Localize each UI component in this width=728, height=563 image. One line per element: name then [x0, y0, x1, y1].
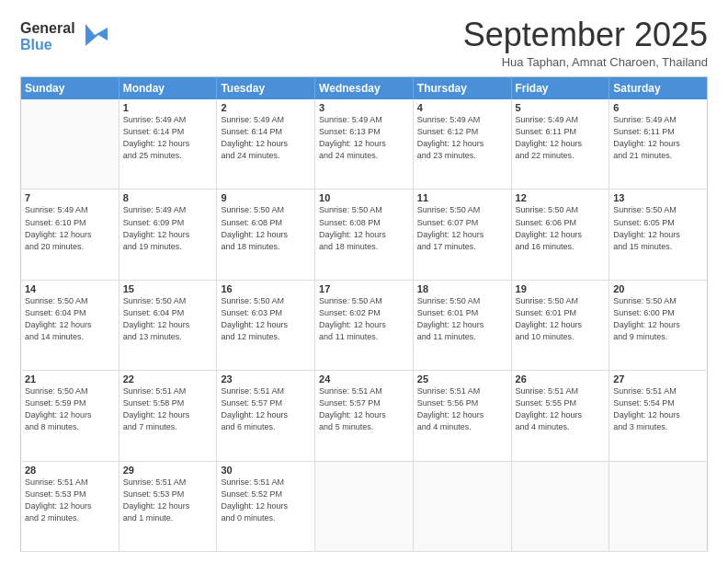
calendar-cell: 26Sunrise: 5:51 AMSunset: 5:55 PMDayligh…: [511, 371, 609, 461]
calendar-cell: 2Sunrise: 5:49 AMSunset: 6:14 PMDaylight…: [217, 99, 315, 190]
calendar-cell: 12Sunrise: 5:50 AMSunset: 6:06 PMDayligh…: [511, 190, 609, 280]
day-info: Sunrise: 5:51 AMSunset: 5:54 PMDaylight:…: [613, 385, 703, 433]
logo-line1: General: [20, 20, 75, 37]
day-info: Sunrise: 5:49 AMSunset: 6:12 PMDaylight:…: [417, 114, 507, 162]
calendar-cell: 1Sunrise: 5:49 AMSunset: 6:14 PMDaylight…: [119, 99, 217, 190]
day-info: Sunrise: 5:49 AMSunset: 6:11 PMDaylight:…: [516, 114, 606, 162]
calendar-week-3: 14Sunrise: 5:50 AMSunset: 6:04 PMDayligh…: [21, 280, 708, 370]
day-info: Sunrise: 5:51 AMSunset: 5:58 PMDaylight:…: [123, 385, 213, 433]
day-info: Sunrise: 5:50 AMSunset: 6:03 PMDaylight:…: [221, 295, 311, 343]
calendar-week-1: 1Sunrise: 5:49 AMSunset: 6:14 PMDaylight…: [21, 99, 708, 190]
calendar-cell: 29Sunrise: 5:51 AMSunset: 5:53 PMDayligh…: [119, 461, 217, 551]
calendar-cell: 10Sunrise: 5:50 AMSunset: 6:08 PMDayligh…: [315, 190, 414, 280]
calendar-header-wednesday: Wednesday: [315, 76, 414, 99]
calendar-cell: [21, 99, 119, 190]
calendar-cell: 16Sunrise: 5:50 AMSunset: 6:03 PMDayligh…: [217, 280, 315, 370]
day-number: 15: [123, 283, 213, 294]
calendar-cell: [413, 461, 511, 551]
calendar-cell: 25Sunrise: 5:51 AMSunset: 5:56 PMDayligh…: [413, 371, 511, 461]
calendar-cell: 27Sunrise: 5:51 AMSunset: 5:54 PMDayligh…: [609, 371, 708, 461]
day-info: Sunrise: 5:49 AMSunset: 6:11 PMDaylight:…: [613, 114, 703, 162]
day-number: 13: [613, 192, 703, 203]
day-number: 28: [25, 465, 115, 476]
day-number: 17: [319, 283, 409, 294]
day-info: Sunrise: 5:50 AMSunset: 5:59 PMDaylight:…: [25, 385, 115, 433]
day-number: 23: [221, 373, 311, 385]
calendar-cell: 19Sunrise: 5:50 AMSunset: 6:01 PMDayligh…: [511, 280, 609, 370]
day-number: 19: [516, 283, 606, 294]
day-info: Sunrise: 5:50 AMSunset: 6:00 PMDaylight:…: [613, 295, 703, 343]
day-number: 29: [123, 465, 213, 476]
day-info: Sunrise: 5:51 AMSunset: 5:52 PMDaylight:…: [221, 477, 311, 524]
calendar-cell: 18Sunrise: 5:50 AMSunset: 6:01 PMDayligh…: [413, 280, 511, 370]
day-info: Sunrise: 5:50 AMSunset: 6:08 PMDaylight:…: [221, 204, 311, 252]
day-info: Sunrise: 5:49 AMSunset: 6:14 PMDaylight:…: [123, 114, 213, 162]
day-number: 1: [123, 102, 213, 113]
day-number: 6: [613, 102, 703, 113]
day-info: Sunrise: 5:50 AMSunset: 6:01 PMDaylight:…: [516, 295, 606, 343]
day-number: 24: [319, 373, 409, 385]
day-number: 5: [516, 102, 606, 113]
calendar-cell: 24Sunrise: 5:51 AMSunset: 5:57 PMDayligh…: [315, 371, 414, 461]
calendar-header-saturday: Saturday: [609, 76, 708, 99]
calendar-cell: 28Sunrise: 5:51 AMSunset: 5:53 PMDayligh…: [21, 461, 119, 551]
calendar-cell: [511, 461, 609, 551]
calendar-header-thursday: Thursday: [413, 76, 511, 99]
calendar-cell: 14Sunrise: 5:50 AMSunset: 6:04 PMDayligh…: [21, 280, 119, 370]
day-number: 16: [221, 283, 311, 294]
calendar-cell: 22Sunrise: 5:51 AMSunset: 5:58 PMDayligh…: [119, 371, 217, 461]
calendar-cell: 8Sunrise: 5:49 AMSunset: 6:09 PMDaylight…: [119, 190, 217, 280]
calendar-cell: 15Sunrise: 5:50 AMSunset: 6:04 PMDayligh…: [119, 280, 217, 370]
day-number: 20: [613, 283, 703, 294]
day-info: Sunrise: 5:49 AMSunset: 6:09 PMDaylight:…: [123, 204, 213, 252]
calendar-cell: 4Sunrise: 5:49 AMSunset: 6:12 PMDaylight…: [413, 99, 511, 190]
day-number: 22: [123, 373, 213, 385]
day-info: Sunrise: 5:51 AMSunset: 5:56 PMDaylight:…: [417, 385, 507, 433]
day-info: Sunrise: 5:50 AMSunset: 6:07 PMDaylight:…: [417, 204, 507, 252]
calendar-cell: 30Sunrise: 5:51 AMSunset: 5:52 PMDayligh…: [217, 461, 315, 551]
day-info: Sunrise: 5:50 AMSunset: 6:08 PMDaylight:…: [319, 204, 409, 252]
calendar-header-row: SundayMondayTuesdayWednesdayThursdayFrid…: [21, 76, 708, 99]
location: Hua Taphan, Amnat Charoen, Thailand: [463, 55, 708, 69]
calendar-cell: 23Sunrise: 5:51 AMSunset: 5:57 PMDayligh…: [217, 371, 315, 461]
day-info: Sunrise: 5:50 AMSunset: 6:06 PMDaylight:…: [516, 204, 606, 252]
calendar: SundayMondayTuesdayWednesdayThursdayFrid…: [20, 76, 708, 552]
day-info: Sunrise: 5:49 AMSunset: 6:14 PMDaylight:…: [221, 114, 311, 162]
calendar-cell: 5Sunrise: 5:49 AMSunset: 6:11 PMDaylight…: [511, 99, 609, 190]
day-info: Sunrise: 5:50 AMSunset: 6:04 PMDaylight:…: [123, 295, 213, 343]
title-block: September 2025 Hua Taphan, Amnat Charoen…: [463, 17, 708, 69]
day-number: 30: [221, 465, 311, 476]
day-number: 25: [417, 373, 507, 385]
calendar-header-sunday: Sunday: [21, 76, 119, 99]
day-number: 18: [417, 283, 507, 294]
day-number: 8: [123, 192, 213, 203]
calendar-cell: [315, 461, 414, 551]
day-number: 10: [319, 192, 409, 203]
calendar-cell: 6Sunrise: 5:49 AMSunset: 6:11 PMDaylight…: [609, 99, 708, 190]
calendar-week-2: 7Sunrise: 5:49 AMSunset: 6:10 PMDaylight…: [21, 190, 708, 280]
calendar-cell: 17Sunrise: 5:50 AMSunset: 6:02 PMDayligh…: [315, 280, 414, 370]
day-number: 27: [613, 373, 703, 385]
calendar-header-friday: Friday: [511, 76, 609, 99]
day-info: Sunrise: 5:49 AMSunset: 6:10 PMDaylight:…: [25, 204, 115, 252]
calendar-cell: 7Sunrise: 5:49 AMSunset: 6:10 PMDaylight…: [21, 190, 119, 280]
day-info: Sunrise: 5:51 AMSunset: 5:57 PMDaylight:…: [221, 385, 311, 433]
calendar-cell: 13Sunrise: 5:50 AMSunset: 6:05 PMDayligh…: [609, 190, 708, 280]
calendar-cell: [609, 461, 708, 551]
day-number: 3: [319, 102, 409, 113]
logo: General Blue: [20, 20, 108, 54]
logo-icon: [78, 20, 108, 50]
day-info: Sunrise: 5:51 AMSunset: 5:55 PMDaylight:…: [516, 385, 606, 433]
day-number: 2: [221, 102, 311, 113]
day-number: 9: [221, 192, 311, 203]
day-info: Sunrise: 5:50 AMSunset: 6:04 PMDaylight:…: [25, 295, 115, 343]
svg-marker-0: [85, 24, 108, 46]
day-info: Sunrise: 5:49 AMSunset: 6:13 PMDaylight:…: [319, 114, 409, 162]
day-number: 4: [417, 102, 507, 113]
calendar-cell: 9Sunrise: 5:50 AMSunset: 6:08 PMDaylight…: [217, 190, 315, 280]
calendar-header-monday: Monday: [119, 76, 217, 99]
calendar-header-tuesday: Tuesday: [217, 76, 315, 99]
day-number: 21: [25, 373, 115, 385]
calendar-cell: 21Sunrise: 5:50 AMSunset: 5:59 PMDayligh…: [21, 371, 119, 461]
calendar-cell: 20Sunrise: 5:50 AMSunset: 6:00 PMDayligh…: [609, 280, 708, 370]
